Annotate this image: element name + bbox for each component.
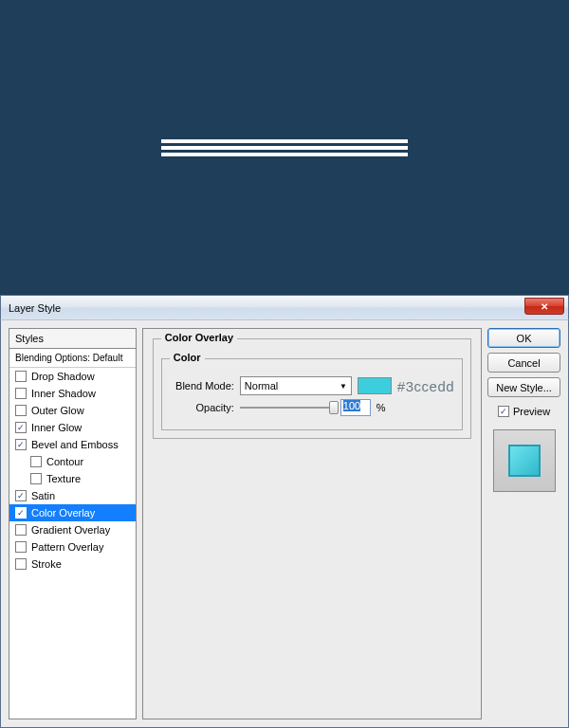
blend-mode-label: Blend Mode: [170,380,234,391]
checkbox[interactable]: ✓ [15,490,27,501]
canvas-lines [161,136,408,159]
opacity-row: Opacity: 100 % [170,399,454,416]
opacity-value: 100 [343,400,360,411]
sidebar-item-label: Contour [46,456,83,467]
dialog-title: Layer Style [9,302,61,314]
preview-checkbox[interactable]: ✓ [498,406,509,417]
right-column: OK Cancel New Style... ✓ Preview [487,328,560,719]
sidebar-item-label: Outer Glow [31,405,84,416]
sidebar-item-texture[interactable]: Texture [9,470,136,487]
sidebar-item-label: Satin [31,490,55,501]
preview-label: Preview [513,406,550,417]
sidebar-item-label: Drop Shadow [31,371,95,382]
sidebar-item-label: Color Overlay [31,507,95,519]
panel-title: Color Overlay [161,332,237,343]
chevron-down-icon: ▼ [340,382,347,391]
section-title: Color [170,352,205,363]
sidebar-item-inner-shadow[interactable]: Inner Shadow [9,385,136,402]
sidebar-item-outer-glow[interactable]: Outer Glow [9,402,136,419]
checkbox[interactable] [15,558,27,570]
sidebar-item-drop-shadow[interactable]: Drop Shadow [9,368,136,385]
sidebar-item-label: Texture [46,473,81,484]
checkbox[interactable]: ✓ [15,439,27,450]
close-icon: ✕ [541,301,548,312]
color-hex-label: #3ccedd [397,378,454,394]
checkbox[interactable] [30,456,42,467]
cancel-button[interactable]: Cancel [487,353,560,373]
dialog-body: Styles Blending Options: Default Drop Sh… [0,320,569,728]
sidebar-item-label: Pattern Overlay [31,541,103,553]
opacity-label: Opacity: [170,402,234,413]
preview-toggle[interactable]: ✓ Preview [487,406,560,417]
preview-thumb [508,445,541,477]
sidebar-item-satin[interactable]: ✓Satin [9,487,136,504]
sidebar-item-inner-glow[interactable]: ✓Inner Glow [9,419,136,436]
sidebar-item-label: Inner Shadow [31,388,96,399]
panel-fieldset: Color Overlay Color Blend Mode: Normal ▼… [153,338,471,439]
preview-box [493,429,556,492]
sidebar-item-gradient-overlay[interactable]: Gradient Overlay [9,521,136,538]
sidebar-subheader[interactable]: Blending Options: Default [9,349,136,368]
blend-mode-row: Blend Mode: Normal ▼ #3ccedd [170,376,454,395]
checkbox[interactable]: ✓ [15,507,27,519]
sidebar-item-color-overlay[interactable]: ✓Color Overlay [9,504,136,521]
checkbox[interactable] [15,524,27,536]
checkbox[interactable] [30,473,42,484]
titlebar: Layer Style ✕ [0,295,569,320]
ok-button[interactable]: OK [487,328,560,348]
close-button[interactable]: ✕ [524,298,564,315]
sidebar-item-label: Bevel and Emboss [31,439,119,450]
blend-mode-value: Normal [245,380,278,391]
sidebar-item-contour[interactable]: Contour [9,453,136,470]
sidebar-item-stroke[interactable]: Stroke [9,555,136,573]
sidebar-item-label: Stroke [31,558,62,570]
sidebar-item-label: Gradient Overlay [31,524,110,536]
new-style-button[interactable]: New Style... [487,377,560,397]
color-fieldset: Color Blend Mode: Normal ▼ #3ccedd Opaci… [161,358,463,430]
opacity-unit: % [376,402,386,413]
checkbox[interactable]: ✓ [15,422,27,433]
color-swatch[interactable] [358,377,392,394]
opacity-input[interactable]: 100 [340,399,371,416]
canvas-area [0,0,569,295]
checkbox[interactable] [15,405,27,416]
sidebar-item-bevel-and-emboss[interactable]: ✓Bevel and Emboss [9,436,136,453]
checkbox[interactable] [15,371,27,382]
checkbox[interactable] [15,388,27,399]
opacity-slider[interactable] [240,407,335,409]
styles-sidebar: Styles Blending Options: Default Drop Sh… [9,328,137,719]
sidebar-item-label: Inner Glow [31,422,82,433]
slider-thumb[interactable] [329,401,339,414]
sidebar-item-pattern-overlay[interactable]: Pattern Overlay [9,538,136,555]
sidebar-header[interactable]: Styles [9,329,136,349]
main-panel: Color Overlay Color Blend Mode: Normal ▼… [142,328,482,719]
checkbox[interactable] [15,541,27,553]
blend-mode-dropdown[interactable]: Normal ▼ [240,376,352,395]
